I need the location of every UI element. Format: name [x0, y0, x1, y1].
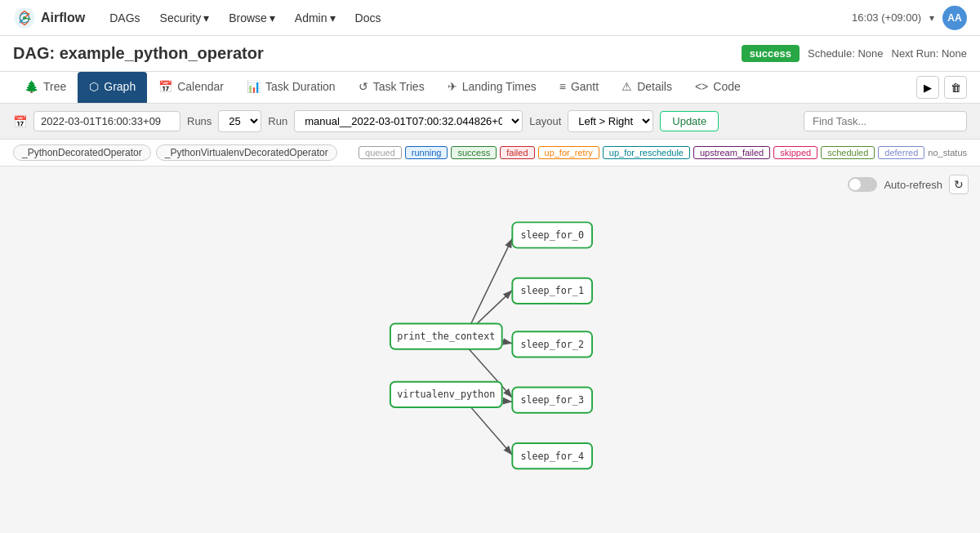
tree-icon: 🌲 [24, 80, 38, 93]
tab-code[interactable]: <> Code [684, 72, 752, 103]
airflow-logo-icon [13, 7, 36, 29]
badge-skipped[interactable]: skipped [773, 146, 817, 159]
update-button[interactable]: Update [660, 111, 719, 131]
run-label: Run [268, 115, 287, 127]
tab-gantt[interactable]: ≡ Gantt [548, 72, 610, 103]
badge-no-status: no_status [928, 148, 967, 158]
badge-up-for-retry[interactable]: up_for_retry [538, 146, 599, 159]
nav-admin[interactable]: Admin ▾ [287, 7, 344, 29]
nav-browse[interactable]: Browse ▾ [220, 7, 283, 29]
toggle-knob [849, 179, 861, 190]
graph-icon: ⬡ [89, 80, 99, 93]
date-input[interactable] [33, 111, 180, 131]
logo[interactable]: Airflow [13, 7, 85, 29]
node-label-sleep-for-1: sleep_for_1 [520, 285, 584, 296]
badge-running[interactable]: running [405, 146, 448, 159]
navbar: Airflow DAGs Security ▾ Browse ▾ Admin ▾… [0, 0, 980, 36]
badge-failed[interactable]: failed [500, 146, 534, 159]
task-tries-icon: ↺ [359, 80, 368, 93]
calendar-icon: 📅 [158, 80, 172, 93]
logo-text: Airflow [41, 11, 85, 25]
filter-tags: _PythonDecoratedOperator _PythonVirtuale… [13, 144, 337, 161]
layout-select[interactable]: Left > Right [568, 110, 653, 132]
tab-tree[interactable]: 🌲 Tree [13, 72, 78, 103]
tab-task-duration[interactable]: 📊 Task Duration [235, 72, 347, 103]
status-badge: success [742, 45, 800, 62]
avatar[interactable]: AA [942, 6, 967, 30]
node-label-virtualenv-python: virtualenv_python [397, 389, 495, 400]
node-label-print-the-context: print_the_context [397, 331, 495, 342]
filter-row: _PythonDecoratedOperator _PythonVirtuale… [0, 140, 980, 167]
badge-upstream-failed[interactable]: upstream_failed [693, 146, 770, 159]
nav-docs[interactable]: Docs [347, 7, 390, 29]
runs-select[interactable]: 25 [218, 110, 261, 132]
node-label-sleep-for-0: sleep_for_0 [520, 229, 584, 241]
tabs-right-actions: ▶ 🗑 [916, 76, 967, 99]
status-badges: queued running success failed up_for_ret… [359, 146, 967, 159]
nav-dags[interactable]: DAGs [101, 7, 148, 29]
tab-landing-times[interactable]: ✈ Landing Times [436, 72, 548, 103]
badge-scheduled[interactable]: scheduled [821, 146, 875, 159]
badge-success[interactable]: success [451, 146, 497, 159]
nav-security[interactable]: Security ▾ [152, 7, 218, 29]
dag-status-area: success Schedule: None Next Run: None [742, 45, 967, 62]
badge-deferred[interactable]: deferred [878, 146, 924, 159]
edge-vp-sf4 [466, 402, 513, 455]
runs-label: Runs [187, 115, 212, 127]
tab-calendar[interactable]: 📅 Calendar [147, 72, 235, 103]
chevron-down-icon: ▾ [203, 11, 209, 24]
chevron-down-icon: ▾ [929, 12, 934, 24]
chevron-down-icon: ▾ [270, 11, 275, 24]
node-label-sleep-for-2: sleep_for_2 [520, 339, 584, 350]
graph-svg: print_the_context virtualenv_python slee… [0, 167, 980, 509]
code-icon: <> [695, 80, 708, 93]
task-duration-icon: 📊 [247, 80, 261, 93]
filter-tag-0[interactable]: _PythonDecoratedOperator [13, 144, 151, 161]
badge-queued[interactable]: queued [359, 146, 402, 159]
dag-header: DAG: example_python_operator success Sch… [0, 36, 980, 72]
navbar-right: 16:03 (+09:00) ▾ AA [852, 6, 967, 30]
chevron-down-icon: ▾ [330, 11, 336, 24]
toolbar: 📅 Runs 25 Run manual__2022-03-01T07:00:3… [0, 104, 980, 140]
tab-graph[interactable]: ⬡ Graph [78, 72, 147, 103]
dag-title: DAG: example_python_operator [13, 44, 264, 62]
filter-tag-1[interactable]: _PythonVirtualenvDecoratedOperator [156, 144, 337, 161]
landing-times-icon: ✈ [448, 80, 457, 93]
find-task-input[interactable] [804, 111, 967, 131]
run-select[interactable]: manual__2022-03-01T07:00:32.044826+00:00 [294, 110, 523, 132]
schedule-info: Schedule: None [808, 47, 884, 60]
node-label-sleep-for-4: sleep_for_4 [520, 451, 584, 462]
auto-refresh-label: Auto-refresh [884, 179, 942, 191]
node-label-sleep-for-3: sleep_for_3 [520, 394, 584, 406]
calendar-toolbar-icon: 📅 [13, 115, 27, 128]
next-run-info: Next Run: None [892, 47, 968, 60]
navbar-links: DAGs Security ▾ Browse ▾ Admin ▾ Docs [101, 7, 852, 29]
tab-task-tries[interactable]: ↺ Task Tries [347, 72, 436, 103]
tab-details[interactable]: ⚠ Details [610, 72, 684, 103]
layout-label: Layout [529, 115, 561, 127]
badge-up-for-reschedule[interactable]: up_for_reschedule [603, 146, 690, 159]
tabs-bar: 🌲 Tree ⬡ Graph 📅 Calendar 📊 Task Duratio… [0, 72, 980, 104]
edge-ptc-sf0 [466, 238, 513, 334]
delete-button[interactable]: 🗑 [944, 76, 967, 99]
dag-title-area: DAG: example_python_operator [13, 44, 264, 63]
navbar-time: 16:03 (+09:00) [852, 11, 921, 24]
auto-refresh-bar: Auto-refresh ↻ [848, 175, 969, 194]
auto-refresh-toggle[interactable] [848, 177, 877, 192]
details-icon: ⚠ [621, 80, 632, 93]
play-button[interactable]: ▶ [916, 76, 939, 99]
refresh-button[interactable]: ↻ [949, 175, 969, 194]
gantt-icon: ≡ [559, 80, 566, 93]
graph-area: Auto-refresh ↻ [0, 167, 980, 533]
